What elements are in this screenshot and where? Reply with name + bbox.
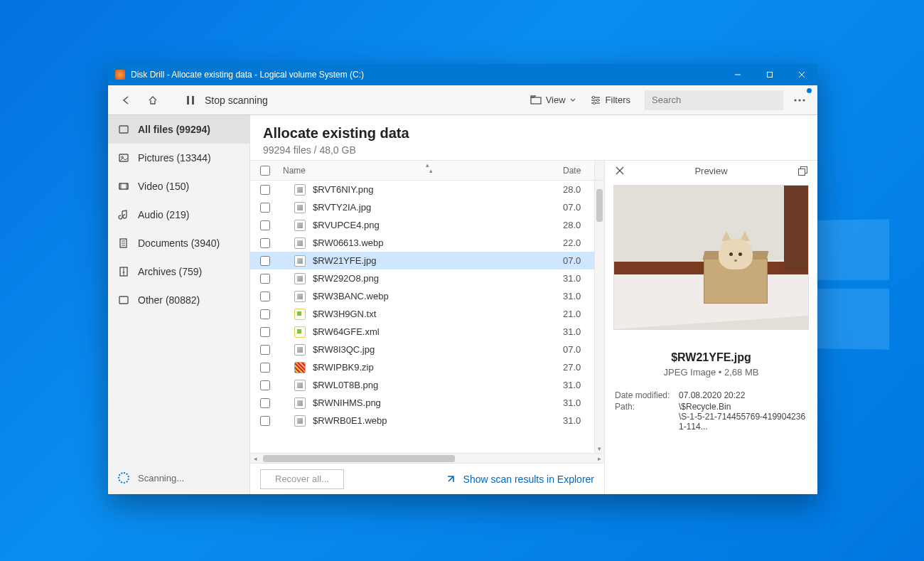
- minimize-button[interactable]: [721, 64, 753, 85]
- scroll-up-icon[interactable]: ▴: [250, 161, 604, 169]
- sidebar-item-all[interactable]: All files (99294): [108, 115, 249, 144]
- file-date: 07.0: [563, 344, 594, 355]
- table-row[interactable]: $RWRB0E1.webp31.0: [250, 412, 594, 429]
- file-date: 31.0: [563, 397, 594, 408]
- scroll-down-icon[interactable]: ▾: [595, 444, 604, 453]
- table-row[interactable]: $RW3H9GN.txt21.0: [250, 305, 594, 323]
- row-checkbox[interactable]: [260, 363, 270, 373]
- row-checkbox[interactable]: [260, 416, 270, 426]
- pause-scan-button[interactable]: [183, 90, 198, 111]
- table-row[interactable]: $RVT6NIY.png28.0: [250, 181, 594, 198]
- table-row[interactable]: $RWNIHMS.png31.0: [250, 394, 594, 412]
- main-heading: Allocate existing data 99294 files / 48,…: [250, 115, 817, 160]
- file-name: $RWL0T8B.png: [313, 380, 563, 390]
- file-icon: [294, 326, 306, 338]
- table-row[interactable]: $RW8I3QC.jpg07.0: [250, 341, 594, 358]
- search-input[interactable]: [645, 90, 783, 110]
- file-icon: [294, 291, 306, 302]
- home-button[interactable]: [142, 90, 163, 111]
- sidebar-item-label: Other (80882): [138, 294, 200, 306]
- file-date: 28.0: [563, 220, 594, 230]
- table-row[interactable]: $RVTY2IA.jpg07.0: [250, 198, 594, 216]
- table-row[interactable]: $RWL0T8B.png31.0: [250, 376, 594, 394]
- row-checkbox[interactable]: [260, 274, 270, 284]
- file-name: $RW3BANC.webp: [313, 291, 563, 301]
- file-icon: [294, 202, 306, 213]
- folder-icon: [530, 95, 542, 105]
- recover-all-button[interactable]: Recover all...: [260, 469, 344, 489]
- pictures-icon: [118, 152, 129, 164]
- vertical-scrollbar[interactable]: ▾: [594, 181, 604, 453]
- file-icon: [294, 184, 306, 196]
- preview-metadata: Date modified: 07.08.2020 20:22 Path: \$…: [605, 378, 817, 433]
- file-date: 28.0: [563, 184, 594, 195]
- row-checkbox[interactable]: [260, 398, 270, 408]
- file-date: 07.0: [563, 255, 594, 266]
- sidebar-item-label: Documents (3940): [138, 237, 220, 249]
- preview-filename: $RW21YFE.jpg: [605, 351, 817, 364]
- more-menu-button[interactable]: [789, 90, 810, 111]
- sidebar-item-video[interactable]: Video (150): [108, 172, 249, 201]
- row-checkbox[interactable]: [260, 380, 270, 390]
- file-name: $RW8I3QC.jpg: [313, 344, 563, 355]
- sidebar-item-other[interactable]: Other (80882): [108, 286, 249, 314]
- file-icon: [294, 255, 306, 267]
- titlebar: Disk Drill - Allocate existing data - Lo…: [108, 64, 817, 85]
- view-dropdown[interactable]: View: [526, 92, 580, 108]
- filters-button[interactable]: Filters: [586, 92, 635, 108]
- sidebar-item-archives[interactable]: Archives (759): [108, 257, 249, 286]
- sidebar-item-label: Audio (219): [138, 209, 189, 220]
- preview-type-size: JPEG Image • 2,68 MB: [605, 367, 817, 378]
- open-new-window-button[interactable]: [792, 160, 813, 181]
- scrollbar-thumb[interactable]: [263, 455, 455, 462]
- sidebar-item-audio[interactable]: Audio (219): [108, 201, 249, 229]
- filters-icon: [590, 95, 601, 105]
- vertical-scrollbar[interactable]: ▴: [594, 161, 604, 180]
- scroll-left-icon[interactable]: ◂: [250, 454, 260, 463]
- horizontal-scrollbar[interactable]: ◂ ▸: [250, 453, 604, 463]
- svg-point-14: [798, 99, 800, 101]
- file-name: $RW3H9GN.txt: [313, 309, 563, 319]
- svg-rect-16: [119, 126, 128, 133]
- maximize-button[interactable]: [753, 64, 785, 85]
- stop-scanning-button[interactable]: Stop scanning: [205, 95, 268, 106]
- scrollbar-thumb[interactable]: [596, 189, 603, 222]
- file-name: $RW21YFE.jpg: [313, 255, 563, 266]
- close-window-button[interactable]: [785, 64, 817, 85]
- table-row[interactable]: $RWIPBK9.zip27.0: [250, 358, 594, 376]
- sidebar-item-pictures[interactable]: Pictures (13344): [108, 144, 249, 172]
- close-preview-button[interactable]: [609, 160, 630, 181]
- row-checkbox[interactable]: [260, 256, 270, 266]
- app-window: Disk Drill - Allocate existing data - Lo…: [108, 64, 817, 494]
- svg-rect-5: [192, 96, 194, 105]
- table-row[interactable]: $RW3BANC.webp31.0: [250, 287, 594, 305]
- app-icon: [115, 70, 125, 80]
- scroll-right-icon[interactable]: ▸: [594, 454, 604, 463]
- table-row[interactable]: $RW292O8.png31.0: [250, 269, 594, 287]
- row-checkbox[interactable]: [260, 220, 270, 230]
- all-icon: [118, 124, 129, 135]
- back-button[interactable]: [115, 90, 136, 111]
- file-date: 31.0: [563, 380, 594, 390]
- row-checkbox[interactable]: [260, 238, 270, 248]
- table-row[interactable]: $RW64GFE.xml31.0: [250, 323, 594, 341]
- file-icon: [294, 220, 306, 231]
- file-icon: [294, 344, 306, 356]
- row-checkbox[interactable]: [260, 292, 270, 301]
- row-checkbox[interactable]: [260, 345, 270, 355]
- table-row[interactable]: $RW06613.webp22.0: [250, 234, 594, 252]
- row-checkbox[interactable]: [260, 203, 270, 213]
- file-name: $RVT6NIY.png: [313, 184, 563, 195]
- table-row[interactable]: $RW21YFE.jpg07.0: [250, 252, 594, 269]
- file-name: $RWIPBK9.zip: [313, 362, 563, 373]
- archives-icon: [118, 266, 129, 277]
- file-date: 31.0: [563, 291, 594, 301]
- svg-point-12: [593, 102, 595, 104]
- file-icon: [294, 397, 306, 409]
- sidebar-item-documents[interactable]: Documents (3940): [108, 229, 249, 257]
- show-in-explorer-link[interactable]: Show scan results in Explorer: [445, 474, 594, 485]
- row-checkbox[interactable]: [260, 185, 270, 195]
- table-row[interactable]: $RVUPCE4.png28.0: [250, 216, 594, 234]
- row-checkbox[interactable]: [260, 309, 270, 319]
- row-checkbox[interactable]: [260, 327, 270, 337]
